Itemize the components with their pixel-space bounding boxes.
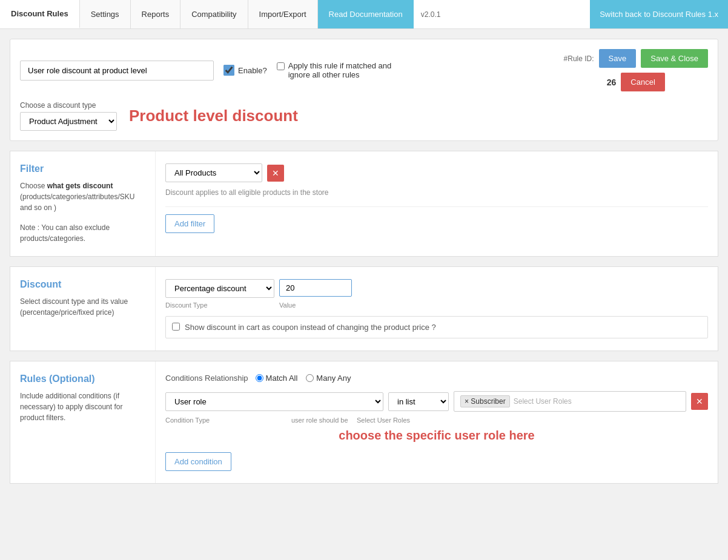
tab-settings[interactable]: Settings bbox=[80, 0, 131, 28]
tab-reports[interactable]: Reports bbox=[131, 0, 181, 28]
rules-section-left: Rules (Optional) Include additional cond… bbox=[10, 361, 156, 483]
many-any-radio[interactable] bbox=[306, 374, 314, 382]
rule-id-num-row: 26 Cancel bbox=[607, 73, 665, 91]
discount-row: Percentage discountPrice discountFixed p… bbox=[165, 279, 708, 298]
rules-description: Include additional conditions (if necess… bbox=[20, 390, 145, 423]
condition-labels-row: Condition Type user role should be Selec… bbox=[165, 417, 708, 424]
condition-type-label: Condition Type bbox=[165, 417, 286, 424]
version-label: v2.0.1 bbox=[414, 10, 448, 19]
discount-type-row: Choose a discount type Product Adjustmen… bbox=[20, 101, 708, 131]
condition-row: User roleCart subtotalProduct quantity i… bbox=[165, 391, 708, 412]
select-roles-placeholder[interactable]: Select User Roles bbox=[514, 397, 572, 406]
add-condition-button[interactable]: Add condition bbox=[165, 452, 231, 471]
radio-group: Match All Many Any bbox=[256, 374, 351, 383]
discount-type-dropdown[interactable]: Percentage discountPrice discountFixed p… bbox=[165, 279, 274, 298]
match-all-radio-item[interactable]: Match All bbox=[256, 374, 298, 383]
filter-description: Choose what gets discount (products/cate… bbox=[20, 180, 145, 213]
discount-value-label: Value bbox=[279, 301, 296, 309]
discount-type-select[interactable]: Product AdjustmentCart DiscountBuy X Get… bbox=[20, 112, 117, 131]
top-navigation: Discount Rules Settings Reports Compatib… bbox=[0, 0, 728, 29]
read-docs-button[interactable]: Read Documentation bbox=[318, 0, 414, 28]
match-all-radio[interactable] bbox=[256, 374, 263, 382]
rule-name-input[interactable] bbox=[20, 61, 214, 81]
rules-section-right: Conditions Relationship Match All Many A… bbox=[156, 361, 718, 483]
enable-row: Enable? bbox=[223, 65, 267, 76]
remove-condition-button[interactable]: ✕ bbox=[691, 393, 708, 410]
save-close-button[interactable]: Save & Close bbox=[641, 49, 708, 68]
condition-op-select[interactable]: in listnot in list bbox=[388, 392, 449, 411]
filter-section-right: All ProductsSpecific ProductsSpecific Ca… bbox=[156, 151, 718, 256]
switch-back-button[interactable]: Switch back to Discount Rules 1.x bbox=[590, 0, 728, 28]
condition-type-select[interactable]: User roleCart subtotalProduct quantity bbox=[165, 392, 383, 411]
discount-type-label: Discount Type bbox=[165, 301, 274, 309]
enable-label: Enable? bbox=[238, 66, 267, 75]
choose-role-hint: choose the specific user role here bbox=[165, 429, 708, 443]
conditions-relationship-row: Conditions Relationship Match All Many A… bbox=[165, 374, 708, 383]
rule-id-label: #Rule ID: bbox=[564, 54, 594, 63]
filter-desc: Discount applies to all eligible product… bbox=[165, 188, 708, 197]
tab-import-export[interactable]: Import/Export bbox=[248, 0, 318, 28]
condition-value-field: × Subscriber Select User Roles bbox=[454, 391, 686, 412]
main-content: Enable? Apply this rule if matched and i… bbox=[0, 29, 728, 503]
discount-labels: Discount Type Value bbox=[165, 301, 708, 309]
choose-discount-type-label: Choose a discount type bbox=[20, 101, 117, 110]
filter-type-select[interactable]: All ProductsSpecific ProductsSpecific Ca… bbox=[165, 163, 262, 182]
filter-row: All ProductsSpecific ProductsSpecific Ca… bbox=[165, 163, 708, 182]
match-all-label: Match All bbox=[266, 374, 298, 383]
user-role-should-be-label: user role should be bbox=[291, 417, 352, 424]
enable-checkbox[interactable] bbox=[223, 65, 234, 76]
apply-rule-checkbox[interactable] bbox=[277, 62, 285, 70]
discount-description: Select discount type and its value (perc… bbox=[20, 296, 145, 318]
select-roles-label: Select User Roles bbox=[357, 417, 410, 424]
subscriber-tag: × Subscriber bbox=[460, 395, 510, 407]
save-button[interactable]: Save bbox=[599, 49, 637, 68]
filter-section-left: Filter Choose what gets discount (produc… bbox=[10, 151, 156, 256]
filter-divider bbox=[165, 206, 708, 207]
show-coupon-label: Show discount in cart as coupon instead … bbox=[185, 323, 436, 332]
apply-rule-label: Apply this rule if matched and ignore al… bbox=[288, 61, 410, 79]
rules-title: Rules (Optional) bbox=[20, 374, 145, 384]
cancel-button[interactable]: Cancel bbox=[621, 73, 664, 91]
rule-id-row: #Rule ID: Save Save & Close bbox=[564, 49, 708, 68]
tab-compatibility[interactable]: Compatibility bbox=[180, 0, 248, 28]
product-level-title: Product level discount bbox=[129, 107, 298, 125]
subscriber-tag-text: × Subscriber bbox=[465, 397, 506, 406]
discount-section-left: Discount Select discount type and its va… bbox=[10, 267, 156, 351]
discount-title: Discount bbox=[20, 279, 145, 290]
rule-id-number: 26 bbox=[607, 77, 617, 87]
show-coupon-checkbox[interactable] bbox=[172, 323, 180, 331]
filter-title: Filter bbox=[20, 163, 145, 174]
discount-type-group: Choose a discount type Product Adjustmen… bbox=[20, 101, 117, 131]
filter-note: Note : You can also exclude products/cat… bbox=[20, 222, 145, 244]
discount-value-input[interactable] bbox=[279, 279, 352, 297]
show-coupon-row: Show discount in cart as coupon instead … bbox=[165, 316, 708, 338]
add-filter-button[interactable]: Add filter bbox=[165, 214, 214, 233]
rules-section: Rules (Optional) Include additional cond… bbox=[10, 361, 718, 484]
remove-filter-button[interactable]: ✕ bbox=[267, 165, 284, 182]
filter-section: Filter Choose what gets discount (produc… bbox=[10, 151, 718, 257]
many-any-radio-item[interactable]: Many Any bbox=[306, 374, 351, 383]
conditions-rel-label: Conditions Relationship bbox=[165, 374, 248, 383]
tab-discount-rules[interactable]: Discount Rules bbox=[0, 0, 80, 28]
discount-section: Discount Select discount type and its va… bbox=[10, 266, 718, 351]
rule-name-row: Enable? Apply this rule if matched and i… bbox=[20, 49, 708, 91]
rule-id-section: #Rule ID: Save Save & Close 26 Cancel bbox=[564, 49, 708, 91]
apply-rule-row: Apply this rule if matched and ignore al… bbox=[277, 61, 410, 79]
discount-section-right: Percentage discountPrice discountFixed p… bbox=[156, 267, 718, 351]
many-any-label: Many Any bbox=[316, 374, 351, 383]
rule-card: Enable? Apply this rule if matched and i… bbox=[10, 39, 718, 141]
